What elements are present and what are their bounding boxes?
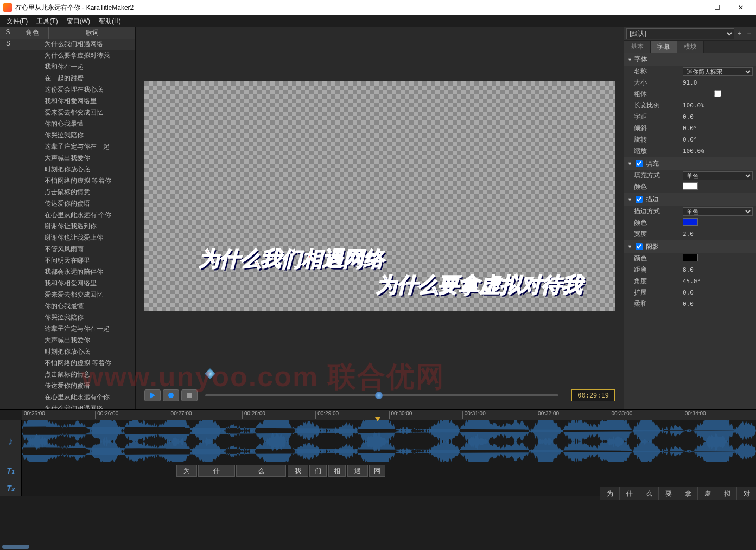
lyric-row[interactable]: 你的心我最懂: [0, 300, 135, 312]
timeline-ruler[interactable]: 00:25:0000:26:0000:27:0000:28:0000:29:00…: [22, 410, 756, 420]
tab-basic[interactable]: 基本: [624, 41, 651, 53]
group-font-header[interactable]: ▼字体: [624, 53, 756, 66]
lyric-row[interactable]: 这辈子注定与你在一起: [0, 141, 135, 152]
text-track-2-icon[interactable]: T₂: [0, 479, 22, 496]
seek-thumb[interactable]: [375, 392, 383, 399]
bottom-char[interactable]: 拟: [717, 487, 736, 500]
seek-slider[interactable]: [205, 394, 558, 396]
lyric-row[interactable]: 我都会永远的陪伴你: [0, 266, 135, 278]
font-spacing-value[interactable]: 0.0: [683, 113, 753, 120]
stroke-color-swatch[interactable]: [683, 218, 698, 226]
lyric-row[interactable]: 这份爱会埋在我心底: [0, 84, 135, 95]
lyric-row[interactable]: 谢谢你让我遇到你: [0, 221, 135, 232]
lyric-row[interactable]: 传达爱你的蜜语: [0, 198, 135, 209]
group-fill-header[interactable]: ▼填充: [624, 157, 756, 170]
stroke-enable-checkbox[interactable]: [636, 196, 643, 203]
menu-help[interactable]: 帮助(H): [94, 16, 125, 27]
bottom-char[interactable]: 虚: [697, 487, 717, 500]
lyric-row[interactable]: 时刻把你放心底: [0, 346, 135, 357]
stop-button[interactable]: [181, 389, 198, 401]
preset-remove-button[interactable]: −: [744, 30, 754, 37]
fill-mode-select[interactable]: 单色: [683, 171, 753, 180]
lyric-row[interactable]: S为什么我们相遇网络: [0, 39, 135, 50]
font-scale-value[interactable]: 100.0%: [683, 148, 753, 155]
preset-add-button[interactable]: +: [734, 30, 744, 37]
bottom-char[interactable]: 为: [600, 487, 619, 500]
lyric-row[interactable]: 为什么我们相遇网络: [0, 403, 135, 409]
col-lyric[interactable]: 歌词: [49, 27, 135, 39]
lyric-row[interactable]: 大声喊出我爱你: [0, 335, 135, 346]
lyric-row[interactable]: 在心里从此永远有个你: [0, 392, 135, 403]
font-rotate-value[interactable]: 0.0°: [683, 136, 753, 143]
font-bold-checkbox[interactable]: [683, 90, 753, 97]
lyric-row[interactable]: 大声喊出我爱你: [0, 152, 135, 164]
font-skew-value[interactable]: 0.0°: [683, 125, 753, 132]
lyric-row[interactable]: 在心里从此永远有 个你: [0, 209, 135, 221]
shadow-distance-value[interactable]: 8.0: [683, 266, 753, 273]
close-button[interactable]: ✕: [729, 0, 753, 15]
text-track-1-icon[interactable]: T₁: [0, 462, 22, 479]
play-button[interactable]: [144, 389, 161, 401]
lyric-list[interactable]: S为什么我们相遇网络为什么要拿虚拟对待我我和你在一起在一起的甜蜜这份爱会埋在我心…: [0, 39, 135, 409]
preset-select[interactable]: [默认]: [626, 28, 734, 39]
lyric-row[interactable]: 我和你相爱网络里: [0, 278, 135, 289]
lyric-row[interactable]: 你的心我最懂: [0, 118, 135, 130]
record-button[interactable]: [163, 389, 179, 401]
lyric-row[interactable]: 我和你相爱网络里: [0, 95, 135, 107]
playhead[interactable]: [378, 420, 378, 496]
lyric-row[interactable]: 时刻把你放心底: [0, 164, 135, 175]
text-track-1-content[interactable]: 为什么我们相遇网: [22, 462, 756, 479]
lyric-row[interactable]: 传达爱你的蜜语: [0, 380, 135, 392]
tab-subtitle[interactable]: 字幕: [651, 41, 677, 53]
col-s[interactable]: S: [0, 27, 16, 39]
timeline-scrollbar[interactable]: [2, 545, 29, 549]
shadow-soft-value[interactable]: 0.0: [683, 300, 753, 308]
lyric-row[interactable]: 在一起的甜蜜: [0, 73, 135, 84]
lyric-row[interactable]: 点击鼠标的情意: [0, 369, 135, 380]
menu-tools[interactable]: 工具(T): [32, 16, 62, 27]
fill-color-swatch[interactable]: [683, 182, 698, 190]
char-block[interactable]: 我: [288, 465, 308, 477]
marker-icon[interactable]: [205, 368, 215, 379]
bottom-char[interactable]: 要: [658, 487, 678, 500]
char-block[interactable]: 相: [328, 465, 346, 477]
stroke-width-value[interactable]: 2.0: [683, 231, 753, 238]
col-role[interactable]: 角色: [16, 27, 49, 39]
group-shadow-header[interactable]: ▼阴影: [624, 240, 756, 253]
lyric-row[interactable]: 我和你在一起: [0, 61, 135, 73]
shadow-enable-checkbox[interactable]: [636, 243, 643, 250]
lyric-row[interactable]: 不问明天在哪里: [0, 255, 135, 266]
waveform[interactable]: [22, 420, 756, 462]
font-ratio-value[interactable]: 100.0%: [683, 102, 753, 109]
bottom-char[interactable]: 拿: [678, 487, 697, 500]
shadow-color-swatch[interactable]: [683, 254, 698, 261]
bottom-char[interactable]: 么: [639, 487, 658, 500]
lyric-row[interactable]: 谢谢你也让我爱上你: [0, 232, 135, 244]
audio-track-icon[interactable]: ♪: [0, 420, 22, 462]
lyric-row[interactable]: 你哭泣我陪你: [0, 130, 135, 141]
bottom-char[interactable]: 对: [736, 487, 756, 500]
stroke-mode-select[interactable]: 单色: [683, 207, 753, 216]
lyric-row[interactable]: 爱来爱去都变成回忆: [0, 107, 135, 118]
shadow-spread-value[interactable]: 0.0: [683, 289, 753, 296]
shadow-angle-value[interactable]: 45.0°: [683, 278, 753, 285]
lyric-row[interactable]: 不怕网络的虚拟 等着你: [0, 175, 135, 187]
fill-enable-checkbox[interactable]: [636, 160, 643, 167]
lyric-row[interactable]: 这辈子注定与你在一起: [0, 323, 135, 335]
font-size-value[interactable]: 91.0: [683, 79, 753, 86]
lyric-row[interactable]: 点击鼠标的情意: [0, 187, 135, 198]
char-block[interactable]: 遇: [347, 465, 368, 477]
tab-module[interactable]: 模块: [677, 41, 704, 53]
char-block[interactable]: 为: [176, 465, 197, 477]
lyric-row[interactable]: 你哭泣我陪你: [0, 312, 135, 323]
lyric-row[interactable]: 爱来爱去都变成回忆: [0, 289, 135, 300]
lyric-row[interactable]: 为什么要拿虚拟对待我: [0, 50, 135, 61]
char-block[interactable]: 么: [236, 465, 286, 477]
char-block[interactable]: 网: [369, 465, 385, 477]
preview-canvas[interactable]: 为什么我们相遇网络 为什么要拿虚拟对待我: [144, 81, 615, 311]
lyric-row[interactable]: 不管风风雨雨: [0, 244, 135, 255]
maximize-button[interactable]: ☐: [705, 0, 729, 15]
char-block[interactable]: 什: [198, 465, 235, 477]
char-block[interactable]: 们: [309, 465, 327, 477]
menu-file[interactable]: 文件(F): [2, 16, 32, 27]
